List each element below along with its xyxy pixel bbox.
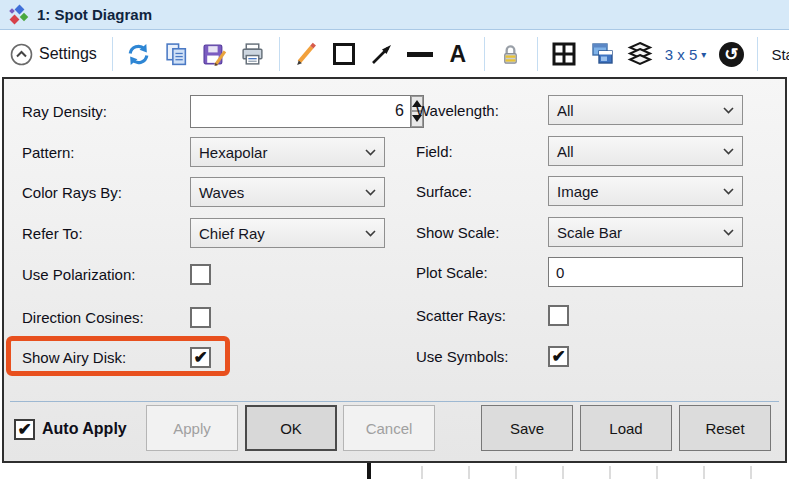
color-rays-by-value: Waves [199, 184, 361, 201]
ray-density-label: Ray Density: [22, 103, 190, 120]
reset-view-button[interactable]: ↺ [716, 36, 746, 72]
plot-scale-label: Plot Scale: [416, 264, 548, 281]
save-button-toolbar[interactable] [200, 36, 230, 72]
window-title: 1: Spot Diagram [37, 6, 152, 23]
use-polarization-checkbox[interactable] [190, 264, 211, 285]
chevron-down-icon [365, 230, 376, 237]
use-symbols-row: Use Symbols: [416, 340, 569, 372]
field-value: All [557, 143, 719, 160]
refer-to-value: Chief Ray [199, 225, 361, 242]
annotate-rectangle-button[interactable] [329, 36, 359, 72]
annotate-line-button[interactable] [405, 36, 435, 72]
load-button[interactable]: Load [580, 405, 672, 451]
ray-density-stepper [190, 95, 385, 128]
color-rays-by-select[interactable]: Waves [190, 177, 385, 207]
refer-to-row: Refer To: Chief Ray [22, 217, 385, 249]
field-label: Field: [416, 143, 548, 160]
layers-button[interactable] [625, 36, 655, 72]
print-icon [240, 42, 265, 67]
plot-grid-tick [703, 466, 705, 479]
plot-grid-tick [468, 466, 470, 479]
cascade-windows-icon [589, 41, 615, 67]
field-select[interactable]: All [548, 136, 743, 166]
text-icon: A [450, 43, 467, 66]
toolbar-separator [484, 37, 485, 71]
print-button[interactable] [238, 36, 268, 72]
show-scale-select[interactable]: Scale Bar [548, 217, 743, 247]
annotate-arrow-button[interactable] [367, 36, 397, 72]
surface-row: Surface: Image [416, 175, 743, 207]
plot-scale-row: Plot Scale: [416, 256, 743, 288]
grid-size-label: 3 x 5 [665, 46, 698, 63]
annotate-pencil-button[interactable] [291, 36, 321, 72]
save-button[interactable]: Save [481, 405, 573, 451]
field-row: Field: All [416, 135, 743, 167]
line-icon [407, 52, 433, 57]
footer-divider [10, 401, 779, 402]
refer-to-select[interactable]: Chief Ray [190, 218, 385, 248]
toolbar-separator [757, 37, 758, 71]
chevron-down-icon [723, 148, 734, 155]
plot-grid-tick [656, 466, 658, 479]
reset-button[interactable]: Reset [679, 405, 771, 451]
show-airy-disk-row: Show Airy Disk: [22, 341, 211, 373]
layers-icon [627, 41, 653, 67]
quad-view-button[interactable] [549, 36, 579, 72]
refresh-button[interactable] [124, 36, 154, 72]
auto-apply-label: Auto Apply [42, 420, 127, 438]
use-polarization-label: Use Polarization: [22, 266, 190, 283]
toolbar: Settings [0, 31, 789, 77]
color-rays-by-label: Color Rays By: [22, 184, 190, 201]
surface-value: Image [557, 183, 719, 200]
grid-size-dropdown[interactable]: 3 x 5 ▾ [663, 36, 709, 72]
plot-axis-line [367, 463, 371, 479]
wavelength-value: All [557, 102, 719, 119]
quad-view-icon [551, 41, 577, 67]
scatter-rays-label: Scatter Rays: [416, 307, 548, 324]
titlebar: 1: Spot Diagram [0, 0, 789, 30]
surface-label: Surface: [416, 183, 548, 200]
refresh-icon [126, 42, 151, 67]
plot-grid-tick [421, 466, 423, 479]
auto-apply-group: Auto Apply [14, 409, 127, 449]
toolbar-separator [537, 37, 538, 71]
plot-grid-tick [562, 466, 564, 479]
wavelength-select[interactable]: All [548, 95, 743, 125]
chevron-down-icon [723, 229, 734, 236]
cascade-windows-button[interactable] [587, 36, 617, 72]
color-rays-by-row: Color Rays By: Waves [22, 176, 385, 208]
annotate-text-button[interactable]: A [443, 36, 473, 72]
scatter-rays-checkbox[interactable] [548, 305, 569, 326]
wavelength-label: Wavelength: [416, 102, 548, 119]
lock-button[interactable] [496, 36, 526, 72]
direction-cosines-label: Direction Cosines: [22, 309, 190, 326]
plot-scale-input[interactable] [548, 257, 743, 287]
ray-density-row: Ray Density: [22, 95, 385, 127]
spot-diagram-window: 1: Spot Diagram Settings [0, 0, 789, 479]
chevron-down-icon [365, 149, 376, 156]
settings-toggle-button[interactable]: Settings [6, 36, 101, 72]
ray-density-input[interactable] [190, 95, 410, 128]
mode-selector[interactable]: Standard [769, 36, 789, 72]
settings-panel: Ray Density: Pattern: Hexapolar Color Ra… [2, 77, 787, 463]
spot-diagram-icon [8, 5, 28, 25]
direction-cosines-checkbox[interactable] [190, 307, 211, 328]
cancel-button[interactable]: Cancel [343, 405, 435, 451]
surface-select[interactable]: Image [548, 176, 743, 206]
chevron-down-icon [365, 189, 376, 196]
apply-button[interactable]: Apply [146, 405, 238, 451]
use-polarization-row: Use Polarization: [22, 258, 211, 290]
direction-cosines-row: Direction Cosines: [22, 301, 211, 333]
ok-button[interactable]: OK [245, 405, 337, 451]
pattern-value: Hexapolar [199, 144, 361, 161]
scatter-rays-row: Scatter Rays: [416, 299, 569, 331]
pattern-select[interactable]: Hexapolar [190, 137, 385, 167]
show-scale-value: Scale Bar [557, 224, 719, 241]
auto-apply-checkbox[interactable] [14, 419, 35, 440]
use-symbols-checkbox[interactable] [548, 346, 569, 367]
show-airy-disk-checkbox[interactable] [190, 347, 211, 368]
plot-grid-tick [609, 466, 611, 479]
copy-button[interactable] [162, 36, 192, 72]
use-symbols-label: Use Symbols: [416, 348, 548, 365]
pencil-icon [293, 42, 318, 67]
